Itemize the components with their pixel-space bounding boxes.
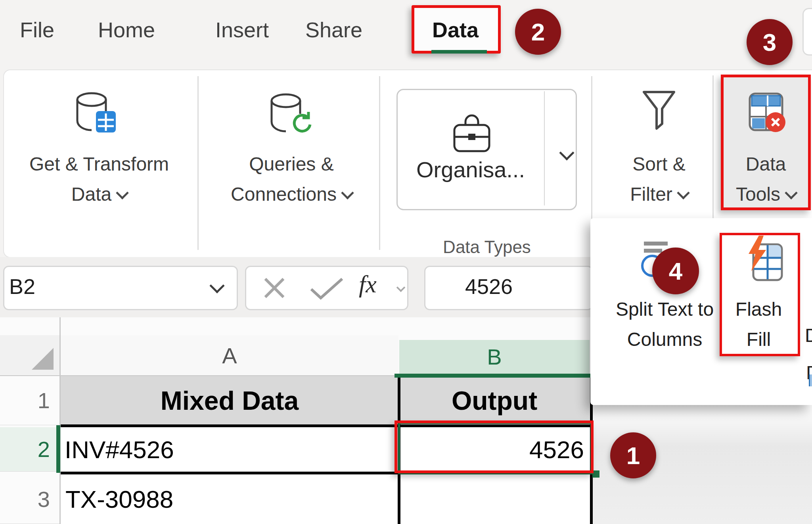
flash-fill-button-line2[interactable]: Fill: [722, 328, 795, 350]
ribbon-divider: [197, 76, 199, 250]
annotation-badge-1: 1: [610, 432, 656, 478]
get-transform-button[interactable]: Get & Transform: [14, 153, 184, 175]
group-label-data-types: Data Types: [408, 237, 566, 257]
sort-filter-button[interactable]: Sort &: [611, 153, 707, 175]
active-tab-underline: [431, 50, 487, 54]
data-validation-label-fragment: D: [805, 324, 812, 346]
column-header-b[interactable]: B: [399, 340, 590, 374]
split-text-icon: [644, 242, 668, 246]
get-transform-label: Get & Transform: [29, 154, 169, 175]
cell-a2[interactable]: INV#4526: [61, 427, 398, 472]
fx-insert-function-icon[interactable]: fx: [359, 270, 377, 298]
queries-label-2: Connections: [231, 184, 337, 205]
chevron-down-icon: [116, 186, 129, 200]
tab-share[interactable]: Share: [305, 17, 362, 42]
split-button-divider: [544, 91, 545, 205]
annotation-badge-2: 2: [515, 9, 561, 55]
excel-window: File Home Insert Share Data 2 Get & Tran…: [0, 0, 812, 524]
formula-value: 4526: [465, 274, 513, 299]
table-blue-icon: [95, 110, 117, 135]
tab-insert[interactable]: Insert: [215, 17, 269, 42]
edge-icon-fragment: [809, 374, 812, 386]
tab-data[interactable]: Data: [432, 17, 479, 42]
selected-row-strip: [56, 425, 60, 473]
cell-b1[interactable]: Output: [399, 376, 590, 425]
cell-a3[interactable]: TX-30988: [61, 474, 398, 524]
chevron-down-icon: [677, 186, 690, 200]
formula-input[interactable]: 4526: [424, 266, 593, 310]
data-tools-dropdown[interactable]: Tools: [726, 183, 806, 205]
sort-filter-label: Sort &: [632, 154, 685, 175]
sort-filter-label-2: Filter: [630, 184, 672, 205]
queries-connections-dropdown[interactable]: Connections: [206, 183, 377, 205]
filter-funnel-icon: [642, 90, 676, 132]
tab-home[interactable]: Home: [98, 17, 155, 42]
queries-label: Queries &: [249, 154, 333, 175]
selected-column-underline: [395, 374, 590, 378]
queries-connections-button[interactable]: Queries &: [206, 153, 377, 175]
chevron-down-icon: [209, 278, 224, 293]
cancel-icon[interactable]: [263, 276, 286, 304]
briefcase-icon: [453, 112, 490, 154]
cell-a1[interactable]: Mixed Data: [61, 376, 398, 425]
row-header-1[interactable]: 1: [0, 376, 59, 425]
split-text-to-columns-button-line2[interactable]: Columns: [595, 328, 735, 350]
split-text-icon: [644, 249, 662, 253]
enter-check-icon[interactable]: [310, 277, 344, 305]
data-tools-label-2: Tools: [736, 184, 780, 205]
name-box[interactable]: B2: [3, 266, 238, 310]
cell-b3[interactable]: [399, 474, 590, 524]
annotation-badge-4: 4: [652, 248, 699, 294]
data-tools-label: Data: [746, 154, 786, 175]
formula-controls: fx: [245, 266, 408, 310]
tab-file[interactable]: File: [20, 17, 54, 42]
organisation-label: Organisa...: [397, 157, 544, 182]
chevron-down-icon: [341, 186, 354, 200]
data-tools-icon: [749, 90, 787, 135]
flash-fill-icon: [747, 236, 785, 285]
split-text-to-columns-button[interactable]: Split Text to: [595, 298, 735, 320]
chevron-down-icon: [396, 283, 406, 292]
refresh-icon: [289, 111, 312, 136]
window-corner-fragment: [802, 8, 812, 56]
get-transform-dropdown[interactable]: Data: [14, 183, 184, 205]
sort-filter-dropdown[interactable]: Filter: [611, 183, 707, 205]
get-transform-label-2: Data: [71, 184, 111, 205]
annotation-box-b2: [395, 420, 594, 473]
chevron-down-icon: [785, 186, 798, 200]
annotation-badge-3: 3: [747, 19, 793, 65]
column-header-a[interactable]: A: [61, 335, 398, 376]
ribbon-divider: [379, 76, 380, 250]
cell-reference: B2: [9, 274, 35, 299]
row-header-2[interactable]: 2: [0, 427, 59, 472]
data-tools-button[interactable]: Data: [726, 153, 806, 175]
row-header-3[interactable]: 3: [0, 474, 59, 524]
flash-fill-button[interactable]: Flash: [722, 298, 795, 320]
